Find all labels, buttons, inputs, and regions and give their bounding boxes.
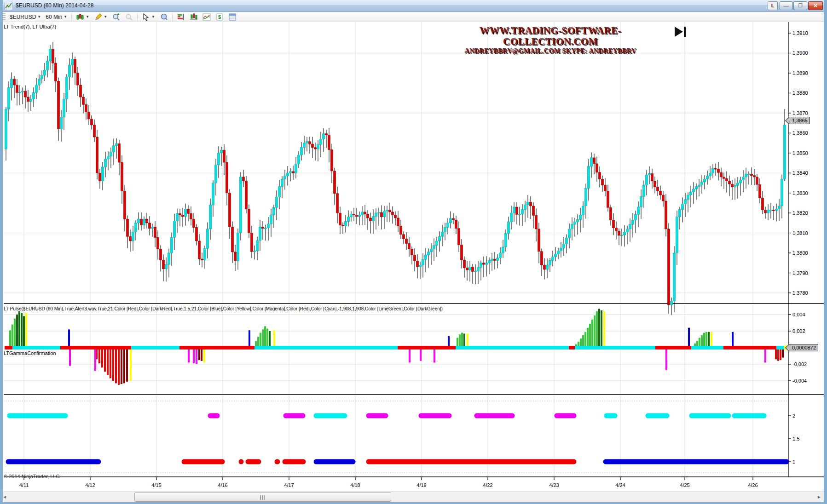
svg-text:1,3800: 1,3800 — [792, 250, 808, 256]
dollar-icon: $ — [215, 13, 224, 21]
copyright-label: © 2014 NinjaTrader, LLC — [4, 474, 59, 479]
horizontal-scrollbar[interactable]: ◄ ► — [0, 491, 827, 502]
toolbar-grip[interactable] — [3, 13, 6, 21]
chart-style-button[interactable]: ▼ — [74, 12, 92, 22]
svg-text:1,3910: 1,3910 — [792, 30, 808, 36]
pulse-panel-label: LT Pulse($EURUSD (60 Min),True,Alert3.wa… — [4, 306, 443, 311]
price-panel-label: LT Trend(7), LT Ultra(7) — [4, 24, 56, 29]
svg-text:1,3830: 1,3830 — [792, 190, 808, 196]
scroll-left-arrow[interactable]: ◄ — [1, 493, 8, 501]
interval-selector[interactable]: 60 Min▼ — [43, 13, 69, 21]
indicators-button[interactable] — [200, 12, 213, 22]
candlestick-style-icon — [76, 13, 84, 21]
window-title: $EURUSD (60 Min) 2014-04-28 — [16, 2, 93, 9]
svg-text:2: 2 — [792, 413, 795, 418]
svg-text:4/22: 4/22 — [483, 482, 492, 488]
chart-trader-button[interactable] — [187, 12, 200, 22]
maximize-button[interactable]: ❐ — [793, 1, 807, 10]
svg-text:1,5: 1,5 — [792, 436, 799, 441]
svg-text:4/12: 4/12 — [85, 482, 95, 488]
toolbar-separator — [137, 13, 138, 21]
indicator-chart-icon — [202, 13, 211, 21]
app-icon — [5, 2, 13, 10]
last-price-tag: 1,3865 — [789, 117, 810, 124]
zoom-out-icon — [125, 13, 133, 21]
properties-button[interactable] — [226, 12, 239, 22]
cursor-arrow-icon — [142, 13, 150, 21]
svg-text:1,3860: 1,3860 — [792, 130, 808, 136]
watermark-line2: ANDREYBBRV@GMAIL.COM SKYPE: ANDREYBBRV — [442, 47, 659, 55]
svg-text:-0,004: -0,004 — [792, 378, 807, 384]
close-button[interactable]: ✕ — [808, 1, 823, 10]
svg-text:0,004: 0,004 — [792, 312, 805, 317]
market-depth-button[interactable] — [174, 12, 187, 22]
magnifier-icon — [160, 13, 168, 21]
zoom-in-button[interactable] — [110, 12, 122, 22]
panel-icon — [228, 13, 237, 21]
svg-text:1,3790: 1,3790 — [792, 270, 808, 276]
depth-bars-icon — [177, 13, 185, 21]
pulse-value-tag: 0,0000872 — [789, 344, 818, 351]
svg-text:1,3900: 1,3900 — [792, 50, 808, 56]
svg-text:0,002: 0,002 — [792, 328, 805, 334]
svg-text:4/19: 4/19 — [416, 482, 426, 488]
watermark-line1: WWW.TRADING-SOFTWARE-COLLECTION.COM — [442, 25, 659, 47]
svg-text:1,3880: 1,3880 — [792, 90, 808, 96]
gamma-panel-label: LTGammaConfirmation — [4, 350, 56, 356]
svg-text:4/26: 4/26 — [748, 482, 758, 488]
svg-text:4/18: 4/18 — [350, 482, 360, 488]
toolbar: $EURUSD▼ 60 Min▼ ▼ ▼ — [0, 12, 827, 22]
instrument-selector[interactable]: $EURUSD▼ — [7, 13, 43, 21]
cursor-button[interactable]: ▼ — [139, 12, 157, 22]
play-to-end-icon[interactable] — [674, 26, 688, 38]
interval-label: 60 Min — [46, 14, 62, 20]
svg-text:4/23: 4/23 — [549, 482, 559, 488]
instrument-label: $EURUSD — [10, 14, 36, 20]
account-button[interactable]: $ — [213, 12, 226, 22]
svg-text:$: $ — [218, 14, 221, 20]
toolbar-separator — [71, 13, 72, 21]
link-button[interactable]: L — [768, 1, 778, 10]
scrollbar-thumb[interactable] — [134, 493, 391, 502]
chart-canvas: 1,39101,39001,38901,38801,38701,38601,38… — [0, 22, 827, 502]
svg-text:4/25: 4/25 — [680, 482, 689, 488]
zoom-in-icon — [112, 13, 120, 21]
pencil-icon — [94, 13, 102, 21]
svg-text:4/16: 4/16 — [218, 482, 227, 488]
svg-text:4/11: 4/11 — [19, 482, 29, 488]
svg-text:1,3870: 1,3870 — [792, 110, 808, 116]
svg-text:4/24: 4/24 — [615, 482, 625, 488]
svg-text:-0,002: -0,002 — [792, 361, 807, 367]
svg-text:1,3840: 1,3840 — [792, 170, 808, 176]
minimize-button[interactable]: — — [780, 1, 792, 10]
title-bar[interactable]: $EURUSD (60 Min) 2014-04-28 L — ❐ ✕ — [0, 0, 827, 12]
svg-text:1,3890: 1,3890 — [792, 70, 808, 76]
watermark: WWW.TRADING-SOFTWARE-COLLECTION.COM ANDR… — [442, 25, 659, 55]
chevron-down-icon: ▼ — [64, 15, 67, 19]
chart-window: $EURUSD (60 Min) 2014-04-28 L — ❐ ✕ $EUR… — [0, 0, 827, 504]
svg-text:1,3810: 1,3810 — [792, 230, 808, 236]
scrollbar-grip — [260, 495, 266, 500]
scroll-right-arrow[interactable]: ► — [815, 493, 823, 501]
chevron-down-icon: ▼ — [86, 15, 89, 19]
chevron-down-icon: ▼ — [151, 15, 155, 19]
zoom-out-button[interactable] — [122, 12, 135, 22]
chart-trader-icon — [190, 13, 198, 21]
drawing-tools-button[interactable]: ▼ — [92, 12, 110, 22]
svg-text:1: 1 — [792, 459, 795, 464]
data-box-button[interactable] — [157, 12, 170, 22]
svg-text:1,3850: 1,3850 — [792, 150, 808, 156]
svg-text:1,3780: 1,3780 — [792, 290, 808, 296]
svg-text:4/15: 4/15 — [151, 482, 161, 488]
chevron-down-icon: ▼ — [104, 15, 107, 19]
svg-text:1,3820: 1,3820 — [792, 210, 808, 216]
toolbar-separator — [172, 13, 173, 21]
svg-text:4/17: 4/17 — [284, 482, 294, 488]
chart-area[interactable]: 1,39101,39001,38901,38801,38701,38601,38… — [0, 22, 827, 502]
chevron-down-icon: ▼ — [37, 15, 41, 19]
